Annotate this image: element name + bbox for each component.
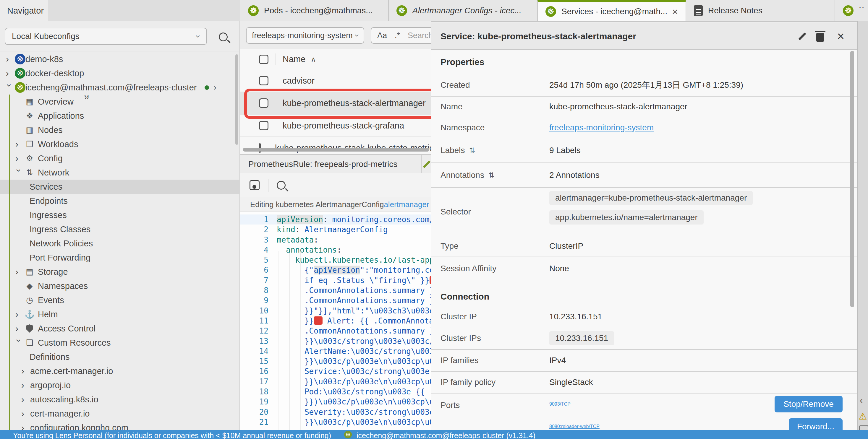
search-icon[interactable]: [277, 181, 286, 190]
chevron-icon[interactable]: ›: [21, 366, 30, 376]
edit-pencil-icon[interactable]: [423, 160, 430, 168]
ip-families-value: IPv4: [549, 356, 566, 365]
sidebar-item-ingresses[interactable]: Ingresses: [0, 208, 240, 222]
sidebar-item-cert-manager-io[interactable]: ›cert-manager.io: [0, 406, 240, 421]
namespace-label: Namespace: [431, 123, 549, 132]
editor-toolbar: [240, 173, 431, 198]
sidebar-item-ingress-classes[interactable]: Ingress Classes: [0, 222, 240, 236]
port-link[interactable]: 9093/TCP: [549, 402, 570, 407]
sort-toggle-icon[interactable]: ⇅: [469, 146, 475, 155]
select-all-checkbox[interactable]: [259, 55, 269, 64]
sidebar-item-docker-desktop[interactable]: ›☸docker-desktop: [0, 66, 240, 80]
sort-toggle-icon[interactable]: ⇅: [488, 171, 494, 179]
sort-ascending-icon[interactable]: ∧: [311, 55, 316, 64]
tab-services[interactable]: ☸ Services - icecheng@math... ×: [537, 0, 686, 21]
forward-button[interactable]: Forward...: [789, 418, 843, 430]
chevron-icon[interactable]: ›: [6, 54, 15, 64]
sidebar-item-network[interactable]: ›⇅Network: [0, 165, 240, 180]
row-checkbox[interactable]: [259, 76, 269, 86]
cluster-ips-row: Cluster IPs 10.233.16.151: [431, 327, 857, 350]
sidebar-item-access-control[interactable]: ›Access Control: [0, 322, 240, 336]
code-line: 1apiVersion: monitoring.coreos.com/v1: [240, 214, 431, 225]
code-line: 12 .CommonAnnotations.summary }}-: [240, 326, 431, 336]
name-column-header[interactable]: Name: [283, 54, 305, 64]
sidebar-item-icecheng-mathmast-com-freeleaps-cluster[interactable]: ›☸icecheng@mathmast.com@freeleaps-cluste…: [0, 80, 240, 95]
sidebar-item-helm[interactable]: ›⚓Helm: [0, 307, 240, 322]
sidebar-item-acme-cert-manager-io[interactable]: ›acme.cert-manager.io: [0, 364, 240, 378]
sidebar-item-workloads[interactable]: ›❒Workloads: [0, 137, 240, 151]
port-line: 9093/TCP Stop/Remove: [549, 396, 857, 412]
search-icon[interactable]: [219, 33, 228, 41]
match-case-toggle[interactable]: Aa: [377, 31, 387, 40]
dock-tab-prometheusrule[interactable]: PrometheusRule: freepeals-prod-metrics: [240, 155, 422, 174]
sidebar-item-custom-resources[interactable]: ›❑Custom Resources: [0, 336, 240, 350]
sidebar-item-namespaces[interactable]: ◆Namespaces: [0, 279, 240, 293]
chevron-icon[interactable]: ›: [21, 423, 30, 430]
ports-label: Ports: [431, 394, 549, 410]
namespace-link[interactable]: freeleaps-monitoring-system: [549, 123, 654, 132]
sidebar-item-nodes[interactable]: ▥Nodes: [0, 123, 240, 137]
edit-pencil-icon[interactable]: [799, 33, 806, 40]
sidebar-item-network-policies[interactable]: Network Policies: [0, 236, 240, 250]
sidebar-item-events[interactable]: ◷Events: [0, 293, 240, 307]
close-tab-icon[interactable]: ×: [672, 6, 678, 18]
tab-pods[interactable]: ☸ Pods - icecheng@mathmas...: [240, 0, 389, 21]
chevron-icon[interactable]: ›: [16, 324, 24, 334]
sidebar-item-endpoints[interactable]: Endpoints: [0, 194, 240, 208]
drawer-scrollbar[interactable]: [850, 51, 854, 307]
sidebar-item-port-forwarding[interactable]: Port Forwarding: [0, 250, 240, 265]
selector-chip: app.kubernetes.io/name=alertmanager: [549, 210, 704, 225]
sidebar-item-config[interactable]: ›⚙Config: [0, 151, 240, 165]
horizontal-scrollbar[interactable]: [243, 148, 429, 151]
chevron-down-icon: ›: [193, 35, 204, 38]
yaml-editor[interactable]: 1apiVersion: monitoring.coreos.com/v12ki…: [240, 212, 431, 430]
port-link[interactable]: 8080:reloader-web/TCP: [549, 424, 599, 429]
name-row: Name kube-prometheus-stack-alertmanager: [431, 97, 857, 117]
chevron-icon[interactable]: ›: [6, 68, 15, 78]
collapse-chevron-icon[interactable]: ‹: [860, 395, 863, 405]
alertmanager-config-link[interactable]: alertmanager: [384, 200, 429, 209]
namespace-select[interactable]: freeleaps-monitoring-system ›: [246, 27, 364, 44]
tab-release-notes[interactable]: Release Notes: [686, 0, 835, 21]
chevron-icon[interactable]: ›: [16, 309, 24, 319]
chevron-icon[interactable]: ›: [14, 169, 24, 178]
sidebar-item-autoscaling-k8s-io[interactable]: ›autoscaling.k8s.io: [0, 392, 240, 406]
code-line: 5 kubectl.kubernetes.io/last-applied-con…: [240, 255, 431, 265]
tab-bar: Navigator ☸ Pods - icecheng@mathmas... ☸…: [0, 0, 868, 22]
code-line: 10 }}"}],"html":"\u003ch3\u003e\u: [240, 306, 431, 316]
close-icon[interactable]: ×: [837, 32, 844, 41]
code-line: 13 }}\u003c/strong\u003e\u003c/h3: [240, 336, 431, 346]
chevron-icon[interactable]: ›: [16, 139, 24, 149]
sidebar-item-configuration-konghq-com[interactable]: ›configuration.konghq.com: [0, 421, 240, 430]
navigator-sidebar: Local Kubeconfigs › g ›☸demo-k8s›☸docker…: [0, 21, 240, 430]
annotations-count[interactable]: 2 Annotations: [549, 170, 599, 180]
save-icon[interactable]: [250, 180, 259, 190]
sidebar-item-definitions[interactable]: Definitions: [0, 350, 240, 364]
row-checkbox[interactable]: [259, 121, 269, 130]
chevron-icon[interactable]: ›: [21, 409, 30, 418]
chevron-icon[interactable]: ›: [16, 267, 24, 277]
chevron-icon[interactable]: ›: [21, 394, 30, 404]
tab-alertmanager-configs[interactable]: ☸ Alertmanager Configs - icec...: [389, 0, 537, 21]
sidebar-item-argoproj-io[interactable]: ›argoproj.io: [0, 378, 240, 392]
dock-tab-bar: PrometheusRule: freepeals-prod-metrics: [240, 154, 431, 174]
chevron-icon[interactable]: ›: [16, 153, 24, 163]
stop-remove-button[interactable]: Stop/Remove: [775, 396, 843, 412]
labels-count[interactable]: 9 Labels: [549, 146, 581, 155]
delete-trash-icon[interactable]: [816, 33, 824, 42]
sidebar-item-services[interactable]: Services: [0, 180, 240, 194]
status-bar: You're using Lens Personal (for individu…: [0, 430, 868, 439]
chevron-icon[interactable]: ›: [21, 380, 30, 390]
sidebar-item-overview[interactable]: ▦Overview: [0, 95, 240, 109]
chevron-icon[interactable]: ›: [4, 84, 14, 93]
chevron-right-icon[interactable]: ›: [214, 83, 216, 92]
kubeconfig-select[interactable]: Local Kubeconfigs ›: [5, 28, 207, 45]
kubernetes-icon: ☸: [546, 6, 556, 17]
kubeconfig-select-value: Local Kubeconfigs: [12, 32, 80, 41]
chevron-icon[interactable]: ›: [14, 339, 24, 348]
sidebar-item-storage[interactable]: ›▤Storage: [0, 265, 240, 279]
sidebar-item-demo-k8s[interactable]: ›☸demo-k8s: [0, 52, 240, 66]
sidebar-scrollbar[interactable]: [235, 54, 238, 145]
regex-toggle[interactable]: .*: [395, 31, 400, 40]
sidebar-item-applications[interactable]: ❖Applications: [0, 109, 240, 123]
